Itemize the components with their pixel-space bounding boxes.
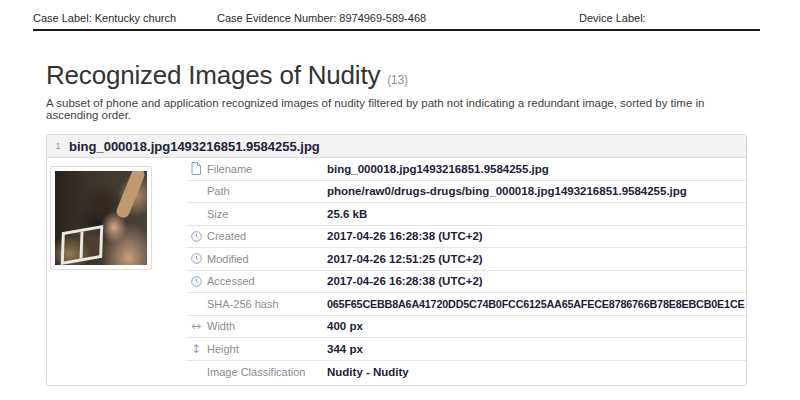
- file-icon: [187, 162, 207, 175]
- attribute-label: Width: [207, 320, 327, 332]
- attribute-label: Accessed: [207, 275, 327, 287]
- attribute-table: Filename bing_000018.jpg1493216851.95842…: [187, 158, 746, 383]
- page-title-text: Recognized Images of Nudity: [46, 60, 380, 90]
- table-row-height: ↕ Height 344 px: [187, 338, 746, 361]
- table-row-image-classification: Image Classification Nudity - Nudity: [187, 361, 746, 384]
- device-label: Device Label:: [579, 12, 646, 24]
- case-evidence-number: Case Evidence Number: 8974969-589-468: [217, 12, 426, 24]
- attribute-value: 2017-04-26 16:28:38 (UTC+2): [327, 230, 483, 242]
- attribute-value: 344 px: [327, 343, 363, 355]
- attribute-label: Height: [207, 343, 327, 355]
- image-thumbnail[interactable]: [55, 171, 147, 265]
- table-row-modified: Modified 2017-04-26 12:51:25 (UTC+2): [187, 248, 746, 271]
- attribute-value: Nudity - Nudity: [327, 366, 409, 378]
- table-row-size: Size 25.6 kB: [187, 203, 746, 226]
- attribute-value: 2017-04-26 16:28:38 (UTC+2): [327, 275, 483, 287]
- item-body: Filename bing_000018.jpg1493216851.95842…: [47, 158, 746, 385]
- thumbnail-photo-detail: [61, 225, 104, 265]
- clock-icon: [187, 231, 207, 242]
- table-row-accessed: Accessed 2017-04-26 16:28:38 (UTC+2): [187, 271, 746, 294]
- height-arrow-icon: ↕: [187, 342, 207, 356]
- attribute-label: Path: [207, 185, 327, 197]
- item-filename-title: bing_000018.jpg1493216851.9584255.jpg: [69, 139, 320, 154]
- report-body: Recognized Images of Nudity(13) A subset…: [46, 60, 747, 386]
- attribute-value: 2017-04-26 12:51:25 (UTC+2): [327, 253, 483, 265]
- item-header: 1 bing_000018.jpg1493216851.9584255.jpg: [47, 135, 746, 158]
- item-count: (13): [387, 73, 408, 87]
- report-header: Case Label: Kentucky church Case Evidenc…: [33, 0, 760, 31]
- clock-icon: [187, 276, 207, 287]
- attribute-label: Filename: [207, 163, 327, 175]
- attribute-label: Modified: [207, 253, 327, 265]
- thumbnail-frame: [50, 166, 152, 270]
- table-row-created: Created 2017-04-26 16:28:38 (UTC+2): [187, 226, 746, 249]
- attribute-value: 065F65CEBB8A6A41720DD5C74B0FCC6125AA65AF…: [327, 298, 745, 310]
- page-subtitle: A subset of phone and application recogn…: [46, 97, 747, 121]
- attribute-label: SHA-256 hash: [207, 298, 327, 310]
- case-label: Case Label: Kentucky church: [33, 12, 176, 24]
- attribute-value: bing_000018.jpg1493216851.9584255.jpg: [327, 163, 549, 175]
- page-title: Recognized Images of Nudity(13): [46, 60, 747, 91]
- clock-icon: [187, 253, 207, 264]
- table-row-sha256: SHA-256 hash 065F65CEBB8A6A41720DD5C74B0…: [187, 293, 746, 316]
- table-row-width: ↔ Width 400 px: [187, 316, 746, 339]
- image-item-card: 1 bing_000018.jpg1493216851.9584255.jpg …: [46, 134, 747, 386]
- attribute-label: Created: [207, 230, 327, 242]
- attribute-value: 25.6 kB: [327, 208, 367, 220]
- attribute-value: phone/raw0/drugs-drugs/bing_000018.jpg14…: [327, 185, 687, 197]
- thumbnail-photo-detail: [115, 171, 147, 220]
- attribute-label: Size: [207, 208, 327, 220]
- width-arrow-icon: ↔: [187, 319, 207, 333]
- attribute-value: 400 px: [327, 320, 363, 332]
- item-index: 1: [47, 141, 69, 151]
- attribute-label: Image Classification: [207, 366, 327, 378]
- table-row-filename: Filename bing_000018.jpg1493216851.95842…: [187, 158, 746, 181]
- table-row-path: Path phone/raw0/drugs-drugs/bing_000018.…: [187, 181, 746, 204]
